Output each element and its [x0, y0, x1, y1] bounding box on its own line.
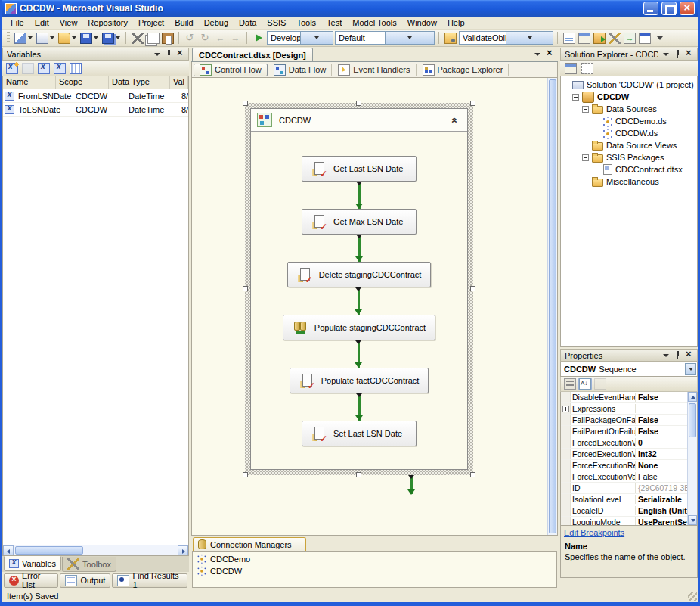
bottom-panel-tab[interactable]: Output — [60, 573, 110, 588]
property-row[interactable]: ForcedExecutionV Int32 — [561, 449, 687, 460]
column-header[interactable]: Data Type — [109, 76, 170, 89]
task[interactable]: Populate factCDCContract — [290, 368, 429, 393]
vertical-scrollbar[interactable] — [547, 78, 557, 535]
scroll-up-icon[interactable] — [688, 392, 697, 402]
toolbar-button[interactable] — [578, 378, 592, 390]
maximize-button[interactable] — [661, 2, 677, 15]
property-row[interactable]: DisableEventHand False — [561, 392, 687, 403]
property-row[interactable]: ID {29C60719-3B1F-408C-9 — [561, 483, 687, 494]
toolbar-button[interactable] — [57, 31, 71, 45]
tree-expander[interactable] — [582, 142, 589, 149]
designer-tab[interactable]: Package Explorer — [417, 64, 510, 76]
menu-item[interactable]: Debug — [199, 17, 234, 28]
variables-panel-title[interactable]: Variables — [2, 48, 189, 61]
precedence-constraint-arrow[interactable] — [358, 340, 360, 368]
toolbar-button[interactable] — [37, 62, 51, 75]
toolbar-button[interactable] — [101, 31, 115, 45]
property-expander[interactable] — [562, 428, 569, 435]
tree-item[interactable]: Miscellaneous — [582, 176, 695, 188]
property-row[interactable]: LocaleID English (United State — [561, 505, 687, 517]
property-expander[interactable] — [562, 440, 569, 446]
selection-handle[interactable] — [243, 286, 248, 291]
property-row[interactable]: IsolationLevel Serializable — [561, 494, 687, 505]
column-header[interactable]: Val — [170, 76, 188, 89]
tree-expander[interactable] — [582, 154, 589, 161]
window-menu-icon[interactable] — [661, 49, 671, 59]
toolbar-button[interactable] — [562, 31, 576, 45]
menu-item[interactable]: Edit — [29, 17, 54, 28]
menu-item[interactable]: Repository — [82, 17, 133, 28]
tree-item[interactable]: CDCDemo.ds — [592, 115, 695, 127]
toolbar-button[interactable] — [13, 31, 27, 45]
scroll-left-icon[interactable] — [3, 545, 14, 555]
properties-panel-title[interactable]: Properties — [560, 349, 698, 362]
menu-item[interactable]: Tools — [291, 17, 321, 28]
toolbar-button[interactable] — [130, 31, 144, 45]
sequence-container-selection[interactable]: CDCDW Get Last LSN Date — [245, 103, 473, 475]
selection-handle[interactable] — [470, 286, 475, 291]
close-icon[interactable] — [685, 350, 695, 360]
auto-hide-pin-icon[interactable] — [673, 49, 683, 59]
precedence-constraint-arrow[interactable] — [410, 475, 413, 494]
toolbar-button[interactable] — [607, 31, 621, 45]
toolbar-button[interactable] — [592, 31, 606, 45]
dropdown-caret-icon[interactable] — [116, 36, 120, 39]
toolbar-button[interactable] — [228, 31, 243, 45]
tree-expander[interactable] — [582, 106, 589, 113]
selection-handle[interactable] — [356, 101, 361, 106]
menu-item[interactable]: Help — [442, 17, 470, 28]
tree-expander[interactable] — [582, 179, 589, 185]
toolbar-button[interactable] — [160, 31, 175, 45]
toolbar-button[interactable] — [580, 61, 594, 76]
toolbar-button[interactable] — [593, 378, 607, 390]
toolbar-grip[interactable] — [7, 32, 10, 44]
precedence-constraint-arrow[interactable] — [358, 182, 361, 209]
property-row[interactable]: ForceExecutionRe None — [561, 460, 687, 471]
sequence-container[interactable]: CDCDW Get Last LSN Date — [250, 108, 468, 470]
property-expander[interactable] — [562, 474, 569, 480]
platform-combo[interactable]: Default — [335, 31, 435, 45]
scroll-right-icon[interactable] — [178, 545, 188, 555]
toolbar-button[interactable] — [53, 62, 67, 75]
tree-item[interactable]: CDCDW — [572, 91, 695, 103]
menu-item[interactable]: Test — [321, 17, 347, 28]
toolbar-button[interactable] — [577, 31, 591, 45]
menu-item[interactable]: Build — [169, 17, 198, 28]
scrollbar-thumb[interactable] — [549, 79, 556, 533]
task[interactable]: Delete stagingCDCContract — [287, 262, 432, 287]
tree-expander[interactable] — [592, 118, 599, 125]
connection-managers-tab[interactable]: Connection Managers — [193, 537, 306, 551]
precedence-constraint-arrow[interactable] — [358, 393, 361, 421]
precedence-constraint-arrow[interactable] — [358, 287, 360, 315]
minimize-button[interactable] — [643, 2, 658, 15]
title-bar[interactable]: CDCDW - Microsoft Visual Studio — [2, 0, 698, 17]
task[interactable]: Populate stagingCDCContract — [283, 315, 435, 340]
property-expander[interactable] — [562, 462, 569, 469]
toolbar-button[interactable] — [563, 61, 578, 76]
dropdown-caret-icon[interactable] — [72, 36, 76, 39]
scrollbar-thumb[interactable] — [15, 546, 83, 555]
menu-item[interactable]: Window — [402, 17, 442, 28]
menu-item[interactable]: Project — [133, 17, 169, 28]
solution-explorer-title[interactable]: Solution Explorer - CDCDW — [560, 48, 698, 61]
resize-grip[interactable] — [688, 592, 697, 601]
configuration-combo[interactable]: Development — [267, 31, 333, 45]
property-row[interactable]: FailPackageOnFail False — [561, 415, 687, 426]
tree-item[interactable]: CDCContract.dtsx — [592, 163, 695, 176]
selection-handle[interactable] — [356, 472, 361, 477]
dropdown-caret-icon[interactable] — [300, 32, 333, 44]
property-row[interactable]: Expressions — [561, 403, 687, 415]
variables-grid-header[interactable]: NameScopeData TypeVal — [3, 76, 188, 89]
menu-item[interactable]: View — [54, 17, 83, 28]
package-configurations-button[interactable] — [443, 31, 457, 45]
dropdown-caret-icon[interactable] — [28, 36, 33, 39]
toolbar-button[interactable] — [145, 31, 160, 45]
column-header[interactable]: Scope — [56, 76, 109, 89]
connection-manager-item[interactable]: CDCDemo — [196, 553, 553, 564]
property-expander[interactable] — [562, 496, 569, 503]
property-expander[interactable] — [562, 451, 569, 458]
window-menu-icon[interactable] — [661, 350, 671, 360]
task[interactable]: Set Last LSN Date — [302, 421, 417, 446]
tree-item[interactable]: SSIS Packages — [582, 151, 695, 163]
toolbar-button[interactable] — [69, 62, 82, 75]
